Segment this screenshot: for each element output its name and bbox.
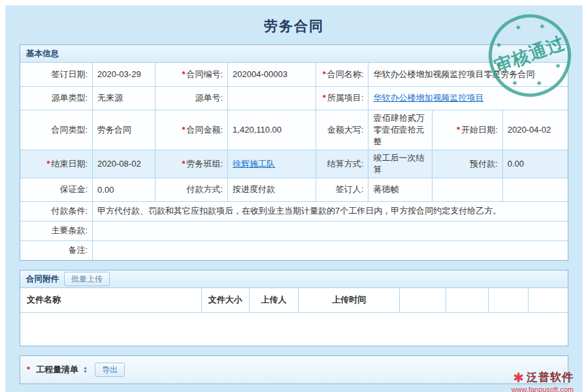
contract-no-value: 202004-00003: [228, 63, 316, 86]
project-label: 所属项目:: [327, 93, 364, 103]
table-row: 备注:: [20, 240, 568, 260]
sign-date-label: 签订日期:: [51, 69, 88, 79]
contract-type-label: 合同类型:: [51, 125, 88, 135]
brand-flower-icon: ✱: [513, 371, 524, 384]
page-panel: 劳务合同 基本信息 签订日期: 2020-03-29 *合同编号: 202004…: [5, 5, 583, 392]
project-link[interactable]: 华软办公楼增加视频监控项目: [373, 93, 483, 103]
signer-value: 蒋德帧: [368, 178, 433, 201]
amount-value: 1,420,110.00: [228, 110, 316, 150]
advance-label: 预付款:: [470, 159, 498, 169]
required-asterisk: *: [457, 125, 460, 135]
table-row: *结束日期: 2020-08-02 *劳务班组: 徐辉施工队 结算方式: 竣工后…: [20, 150, 568, 178]
labor-team-value-cell: 徐辉施工队: [228, 150, 316, 178]
amount-caps-label: 金额大写:: [327, 125, 364, 135]
labor-team-label: 劳务班组:: [186, 159, 223, 169]
contract-type-value: 劳务合同: [93, 110, 155, 150]
settlement-label: 结算方式:: [327, 159, 364, 169]
required-asterisk: *: [323, 93, 326, 103]
main-clauses-value: [93, 221, 568, 240]
table-row: 付款条件: 甲方代付款、罚款和其它应扣款项后，在收到业主当期计量款的7个工作日内…: [20, 201, 568, 221]
col-uploader: 上传人: [249, 288, 298, 312]
col-empty: [446, 288, 488, 312]
brand-url: www.fanpusoft.com: [512, 385, 574, 392]
table-row: 合同类型: 劳务合同 *合同金额: 1,420,110.00 金额大写: 壹佰肆…: [20, 110, 568, 150]
col-empty: [400, 288, 446, 312]
attachments-header: 合同附件 批量上传: [20, 270, 568, 288]
table-row: 源单类型: 无来源 源单号: *所属项目: 华软办公楼增加视频监控项目: [20, 86, 568, 110]
pay-terms-value: 甲方代付款、罚款和其它应扣款项后，在收到业主当期计量款的7个工作日内，甲方按合同…: [93, 201, 568, 221]
empty-cell: [433, 178, 502, 201]
attachments-empty-body: [20, 313, 568, 346]
boq-title: 工程量清单: [36, 364, 78, 376]
required-asterisk: *: [182, 159, 185, 169]
brand-footer: ✱ 泛普软件 www.fanpusoft.com: [512, 370, 574, 392]
col-file-size: 文件大小: [201, 288, 249, 312]
basic-info-header: 基本信息: [20, 45, 568, 63]
remark-label: 备注:: [68, 245, 88, 255]
required-asterisk: *: [182, 125, 185, 135]
attachments-header-row: 文件名称 文件大小 上传人 上传时间: [20, 288, 568, 312]
sort-down-icon: ▼: [83, 370, 88, 374]
source-type-label: 源单类型:: [51, 93, 88, 103]
signer-label: 签订人:: [336, 184, 364, 194]
settlement-value: 竣工后一次结算: [368, 150, 433, 178]
pay-method-value: 按进度付款: [228, 178, 316, 201]
labor-team-link[interactable]: 徐辉施工队: [233, 159, 275, 169]
amount-label: 合同金额:: [186, 125, 223, 135]
amount-caps-value: 壹佰肆拾贰万零壹佰壹拾元整: [368, 110, 433, 150]
required-asterisk: *: [46, 159, 50, 169]
remark-value: [93, 240, 568, 260]
attachments-section: 合同附件 批量上传 文件名称 文件大小 上传人 上传时间: [20, 270, 568, 346]
sign-date-value: 2020-03-29: [93, 63, 155, 86]
basic-info-title: 基本信息: [26, 45, 59, 62]
basic-info-table: 签订日期: 2020-03-29 *合同编号: 202004-00003 *合同…: [20, 63, 568, 260]
col-upload-time: 上传时间: [299, 288, 400, 312]
brand-name: 泛普软件: [527, 370, 574, 385]
empty-cell: [502, 178, 568, 201]
start-date-value: 2020-04-02: [502, 110, 568, 150]
contract-name-value: 华软办公楼增加视频监控项目零星劳务合同: [368, 63, 568, 86]
table-row: 主要条款:: [20, 221, 568, 240]
basic-info-section: 基本信息 签订日期: 2020-03-29 *合同编号: 202004-0000…: [20, 44, 568, 261]
deposit-label: 保证金:: [59, 184, 88, 194]
pay-method-label: 付款方式:: [186, 184, 223, 194]
end-date-value: 2020-08-02: [93, 150, 155, 178]
project-value-cell: 华软办公楼增加视频监控项目: [368, 86, 568, 110]
sort-icon[interactable]: ▲ ▼: [83, 366, 88, 374]
table-row: 签订日期: 2020-03-29 *合同编号: 202004-00003 *合同…: [20, 63, 568, 86]
batch-upload-button[interactable]: 批量上传: [64, 272, 110, 286]
attachments-title: 合同附件: [26, 270, 59, 287]
source-no-label: 源单号:: [195, 93, 223, 103]
deposit-value: 0.00: [93, 178, 155, 201]
end-date-label: 结束日期:: [51, 159, 88, 169]
attachments-table: 文件名称 文件大小 上传人 上传时间: [20, 288, 568, 313]
col-file-name: 文件名称: [20, 288, 201, 312]
table-row: 保证金: 0.00 付款方式: 按进度付款 签订人: 蒋德帧: [20, 178, 568, 201]
start-date-label: 开始日期:: [461, 125, 498, 135]
source-no-value: [228, 86, 316, 110]
required-asterisk: *: [323, 69, 326, 79]
required-asterisk: *: [182, 69, 185, 79]
boq-bar: * 工程量清单 ▲ ▼ 导出: [20, 356, 568, 384]
required-asterisk: *: [27, 365, 30, 374]
col-empty: [529, 288, 568, 312]
contract-name-label: 合同名称:: [327, 69, 364, 79]
export-button[interactable]: 导出: [95, 363, 125, 377]
source-type-value: 无来源: [93, 86, 155, 110]
col-empty: [488, 288, 528, 312]
pay-terms-label: 付款条件:: [51, 206, 88, 216]
contract-no-label: 合同编号:: [186, 69, 223, 79]
advance-value: 0.00: [502, 150, 568, 178]
boq-section: * 工程量清单 ▲ ▼ 导出: [20, 355, 568, 384]
page-title: 劳务合同: [5, 5, 583, 35]
main-clauses-label: 主要条款:: [51, 225, 88, 235]
